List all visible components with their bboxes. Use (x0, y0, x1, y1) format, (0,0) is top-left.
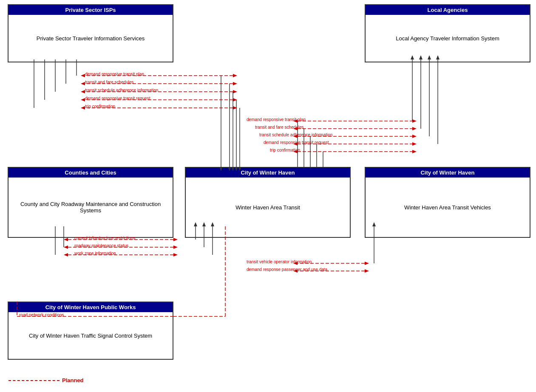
svg-marker-43 (412, 150, 417, 153)
svg-marker-63 (64, 245, 68, 249)
node-counties-cities: Counties and Cities County and City Road… (8, 167, 173, 238)
counties-cities-header: Counties and Cities (9, 168, 173, 178)
winter-haven-transit-body: Winter Haven Area Transit (186, 178, 350, 237)
svg-marker-65 (173, 253, 178, 257)
svg-marker-34 (412, 127, 417, 130)
svg-marker-2 (233, 74, 237, 77)
label-transit-fare-schedules-2: transit and fare schedules (255, 125, 304, 130)
svg-marker-7 (81, 90, 85, 93)
node-private-sector-isps: Private Sector ISPs Private Sector Trave… (8, 4, 173, 62)
winter-haven-vehicles-body: Winter Haven Area Transit Vehicles (366, 178, 530, 237)
label-demand-responsive-req-1: demand responsive transit request (85, 96, 150, 101)
svg-marker-59 (173, 238, 178, 241)
public-works-body: City of Winter Haven Traffic Signal Cont… (9, 312, 173, 359)
diagram-container: Private Sector ISPs Private Sector Trave… (0, 0, 536, 392)
svg-marker-62 (173, 245, 178, 249)
label-demand-responsive-req-2: demand responsive transit request (264, 140, 329, 145)
svg-marker-40 (412, 142, 417, 146)
svg-marker-66 (64, 253, 68, 257)
label-demand-responsive-plan-1: demand responsive transit plan (85, 72, 144, 76)
svg-marker-1 (81, 74, 85, 77)
node-local-agencies: Local Agencies Local Agency Traveler Inf… (365, 4, 530, 62)
svg-marker-11 (81, 98, 85, 102)
node-public-works: City of Winter Haven Public Works City o… (8, 302, 173, 360)
public-works-header: City of Winter Haven Public Works (9, 302, 173, 312)
node-winter-haven-vehicles: City of Winter Haven Winter Haven Area T… (365, 167, 530, 238)
svg-marker-13 (233, 106, 237, 110)
private-sector-isps-body: Private Sector Traveler Information Serv… (9, 15, 173, 62)
svg-marker-37 (412, 135, 417, 138)
label-transit-schedule-adherence-1: transit schedule adherence information (85, 88, 158, 93)
local-agencies-header: Local Agencies (366, 5, 530, 15)
label-transit-vehicle-operator-info: transit vehicle operator information (247, 259, 312, 264)
legend-label: Planned (62, 377, 84, 384)
label-transit-schedule-adherence-2: transit schedule adherence information (259, 133, 332, 137)
svg-marker-14 (81, 106, 85, 110)
label-current-infra-restrictions: current infrastructure restrictions (74, 236, 135, 240)
legend-line: Planned (9, 377, 84, 384)
svg-marker-4 (81, 82, 85, 85)
label-trip-confirmation-1: trip confirmation (85, 104, 115, 109)
winter-haven-transit-header: City of Winter Haven (186, 168, 350, 178)
svg-marker-31 (412, 119, 417, 123)
node-winter-haven-transit: City of Winter Haven Winter Haven Area T… (185, 167, 351, 238)
svg-marker-8 (233, 90, 237, 93)
label-roadway-maintenance-status: roadway maintenance status (74, 243, 128, 248)
svg-marker-79 (365, 269, 369, 273)
legend-dash-pattern (9, 380, 60, 381)
label-transit-fare-schedules-1: transit and fare schedules (85, 80, 134, 85)
label-trip-confirmation-2: trip confirmation (270, 148, 300, 152)
label-road-network-conditions: road network conditions (19, 313, 64, 317)
winter-haven-vehicles-header: City of Winter Haven (366, 168, 530, 178)
svg-marker-5 (233, 82, 237, 85)
label-work-zone-information: work zone information (74, 251, 116, 256)
legend: Planned (9, 377, 84, 384)
local-agencies-body: Local Agency Traveler Information System (366, 15, 530, 62)
label-demand-response-passenger-data: demand response passenger and use data (247, 267, 327, 272)
svg-marker-76 (365, 262, 369, 265)
svg-marker-60 (64, 238, 68, 241)
private-sector-isps-header: Private Sector ISPs (9, 5, 173, 15)
counties-cities-body: County and City Roadway Maintenance and … (9, 178, 173, 237)
label-demand-responsive-plan-2: demand responsive transit plan (247, 117, 306, 122)
svg-marker-10 (233, 98, 237, 102)
